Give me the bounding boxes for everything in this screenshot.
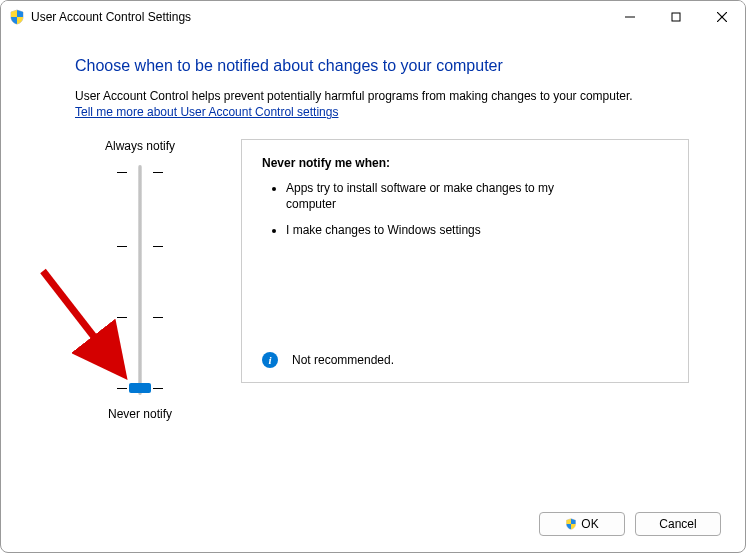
window-title: User Account Control Settings xyxy=(31,10,607,24)
description-text: User Account Control helps prevent poten… xyxy=(75,89,689,103)
learn-more-link[interactable]: Tell me more about User Account Control … xyxy=(75,105,338,119)
settings-body: Always notify Never notify Never notify … xyxy=(75,139,689,421)
panel-bullet-list: Apps try to install software or make cha… xyxy=(262,180,668,249)
dialog-buttons: OK Cancel xyxy=(539,512,721,536)
recommendation-text: Not recommended. xyxy=(292,353,394,367)
info-icon: i xyxy=(262,352,278,368)
slider-top-label: Always notify xyxy=(105,139,175,153)
ok-button-label: OK xyxy=(581,517,598,531)
cancel-button-label: Cancel xyxy=(659,517,696,531)
panel-heading: Never notify me when: xyxy=(262,156,668,170)
svg-rect-1 xyxy=(672,13,680,21)
close-button[interactable] xyxy=(699,2,745,32)
slider-track xyxy=(138,165,142,395)
titlebar: User Account Control Settings xyxy=(1,1,745,33)
ok-button[interactable]: OK xyxy=(539,512,625,536)
panel-bullet: I make changes to Windows settings xyxy=(286,222,576,238)
shield-icon xyxy=(9,9,25,25)
maximize-button[interactable] xyxy=(653,2,699,32)
uac-slider[interactable] xyxy=(138,165,142,395)
content-area: Choose when to be notified about changes… xyxy=(1,33,745,431)
slider-bottom-label: Never notify xyxy=(108,407,172,421)
panel-footer: i Not recommended. xyxy=(262,352,668,368)
cancel-button[interactable]: Cancel xyxy=(635,512,721,536)
instruction-heading: Choose when to be notified about changes… xyxy=(75,57,689,75)
slider-column: Always notify Never notify xyxy=(75,139,205,421)
shield-icon xyxy=(565,518,577,530)
minimize-button[interactable] xyxy=(607,2,653,32)
panel-bullet: Apps try to install software or make cha… xyxy=(286,180,576,212)
slider-thumb[interactable] xyxy=(129,383,151,393)
description-panel: Never notify me when: Apps try to instal… xyxy=(241,139,689,383)
